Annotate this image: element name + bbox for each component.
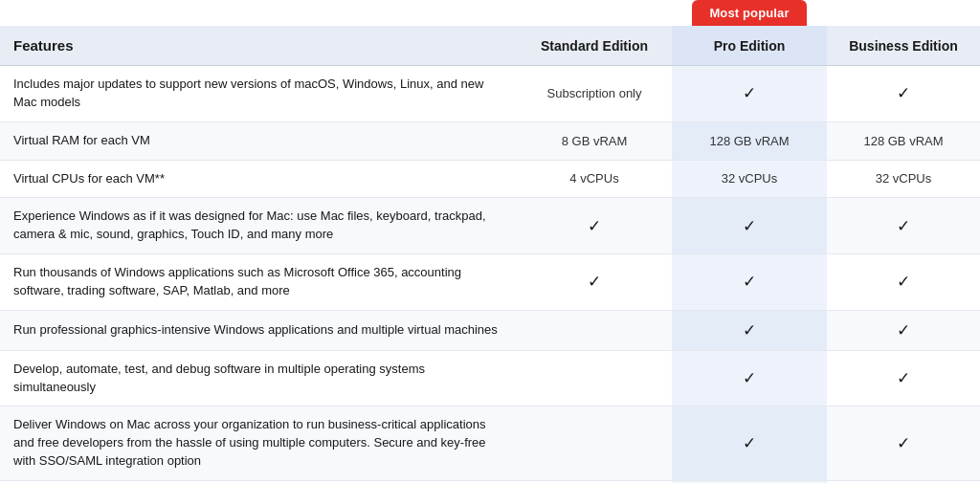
check-icon: ✓ [743, 369, 756, 387]
pro-header: Pro Edition [672, 26, 827, 66]
table-row: Run thousands of Windows applications su… [0, 254, 980, 311]
table-row: Virtual CPUs for each VM**4 vCPUs32 vCPU… [0, 160, 980, 198]
standard-cell [517, 406, 672, 481]
pro-cell: ✓ [672, 66, 827, 122]
check-icon: ✓ [897, 434, 910, 452]
standard-cell: 4 vCPUs [517, 160, 672, 198]
standard-header: Standard Edition [517, 26, 672, 66]
check-icon: ✓ [743, 321, 756, 340]
pro-cell: ✓ [672, 406, 827, 481]
check-icon: ✓ [897, 321, 910, 340]
check-icon: ✓ [897, 369, 910, 387]
pricing-table: Most popular Features Standard Edition P… [0, 0, 980, 483]
business-cell: 128 GB vRAM [827, 121, 980, 160]
table-row: Experience Windows as if it was designed… [0, 198, 980, 254]
check-icon: ✓ [897, 273, 910, 291]
business-cell: ✓ [827, 310, 980, 350]
feature-text: Run professional graphics-intensive Wind… [13, 322, 498, 337]
pro-cell: ✓ [672, 350, 827, 406]
feature-cell: Run thousands of Windows applications su… [0, 254, 517, 311]
check-icon: ✓ [743, 84, 756, 102]
feature-cell: Run professional graphics-intensive Wind… [0, 310, 517, 350]
business-cell: ✓ [827, 66, 980, 122]
features-header: Features [0, 26, 517, 66]
feature-text: Virtual CPUs for each VM** [13, 171, 165, 186]
feature-text: Experience Windows as if it was designed… [13, 209, 486, 241]
business-cell: ✓ [827, 254, 980, 311]
feature-cell: Experience Windows as if it was designed… [0, 198, 517, 254]
feature-cell: Deliver Windows on Mac across your organ… [0, 406, 517, 481]
check-icon: ✓ [743, 217, 756, 235]
pro-cell: 128 GB vRAM [672, 121, 827, 160]
business-cell: 32 vCPUs [827, 160, 980, 198]
standard-cell: Subscription only [517, 66, 672, 122]
feature-text: Virtual RAM for each VM [13, 133, 150, 147]
check-icon: ✓ [897, 217, 910, 235]
table-row: Run professional graphics-intensive Wind… [0, 310, 980, 350]
standard-cell: ✓ [517, 198, 672, 254]
cell-value: 4 vCPUs [569, 171, 618, 186]
pro-cell: ✓ [672, 254, 827, 311]
feature-cell: Includes major updates to support new ve… [0, 66, 517, 122]
badge-feature-spacer [0, 0, 517, 26]
cell-value: 32 vCPUs [722, 171, 778, 186]
pro-cell: ✓ [672, 198, 827, 254]
most-popular-badge: Most popular [692, 0, 806, 26]
cell-value: 8 GB vRAM [562, 134, 628, 148]
most-popular-cell: Most popular [672, 0, 827, 26]
feature-text: Develop, automate, test, and debug softw… [13, 362, 425, 394]
business-cell: ✓ [827, 350, 980, 406]
check-icon: ✓ [743, 434, 756, 452]
feature-cell: Develop, automate, test, and debug softw… [0, 350, 517, 406]
cell-value: 32 vCPUs [876, 171, 932, 186]
badge-biz-spacer [827, 0, 980, 26]
pro-cell: 32 vCPUs [672, 160, 827, 198]
cell-value: Subscription only [547, 86, 642, 100]
table-row: Develop, automate, test, and debug softw… [0, 350, 980, 406]
feature-cell: Virtual CPUs for each VM** [0, 160, 517, 198]
check-icon: ✓ [743, 273, 756, 291]
feature-text: Includes major updates to support new ve… [13, 77, 483, 109]
cell-value: 128 GB vRAM [863, 134, 943, 148]
business-cell: ✓ [827, 198, 980, 254]
pro-cell: ✓ [672, 310, 827, 350]
table-row: Includes major updates to support new ve… [0, 66, 980, 122]
badge-std-spacer [517, 0, 672, 26]
column-header-row: Features Standard Edition Pro Edition Bu… [0, 26, 980, 66]
feature-text: Deliver Windows on Mac across your organ… [13, 417, 486, 468]
table-row: Virtual RAM for each VM8 GB vRAM128 GB v… [0, 121, 980, 160]
standard-cell [517, 350, 672, 406]
badge-row: Most popular [0, 0, 980, 26]
check-icon: ✓ [588, 273, 601, 291]
standard-cell: ✓ [517, 254, 672, 311]
business-header: Business Edition [827, 26, 980, 66]
business-cell: ✓ [827, 406, 980, 481]
check-icon: ✓ [897, 84, 910, 102]
cell-value: 128 GB vRAM [709, 134, 789, 148]
standard-cell: 8 GB vRAM [517, 121, 672, 160]
table-row: Deliver Windows on Mac across your organ… [0, 406, 980, 481]
feature-text: Run thousands of Windows applications su… [13, 265, 461, 297]
check-icon: ✓ [588, 217, 601, 235]
standard-cell [517, 310, 672, 350]
feature-cell: Virtual RAM for each VM [0, 121, 517, 160]
